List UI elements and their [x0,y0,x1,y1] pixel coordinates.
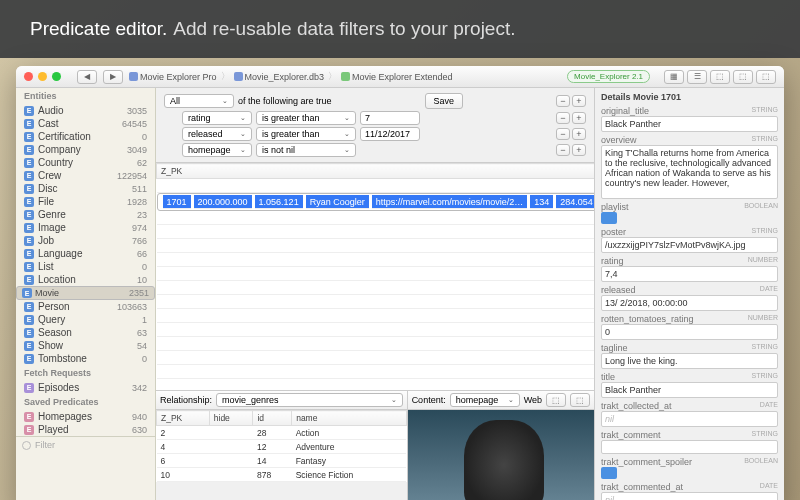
add-rule-button[interactable]: + [572,144,586,156]
table-row[interactable]: 35020239.672Felix van Groeningenhttps://… [157,295,595,309]
sidebar-item-image[interactable]: EImage974 [16,221,155,234]
sidebar-item-list[interactable]: EList0 [16,260,155,273]
column-header[interactable]: name [292,411,406,426]
bool-toggle[interactable] [601,467,617,479]
breadcrumb-segment[interactable]: Movie Explorer Extended [341,72,453,82]
column-header[interactable]: Z_PK [157,164,595,179]
sidebar-item-homepages[interactable]: EHomepages940 [16,410,155,423]
sidebar-item-person[interactable]: EPerson103663 [16,300,155,313]
sidebar-item-crew[interactable]: ECrew122954 [16,169,155,182]
sidebar-item-certification[interactable]: ECertification0 [16,130,155,143]
table-row[interactable]: 348617.000.00017.697John Krasinskihttp:/… [157,253,595,267]
field-value[interactable]: 0 [601,324,778,340]
play-button[interactable]: ▶ [103,70,123,84]
table-row[interactable]: 1696300.000.00060.684Anthony Russohttp:/… [157,179,595,193]
field-select[interactable]: homepage⌄ [182,143,252,157]
table-row[interactable]: 614Fantasy [157,454,407,468]
value-input[interactable]: 11/12/2017 [360,127,420,141]
sidebar-item-show[interactable]: EShow54 [16,339,155,352]
add-rule-button[interactable]: + [572,95,586,107]
sidebar-item-season[interactable]: ESeason63 [16,326,155,339]
field-value[interactable]: Black Panther [601,116,778,132]
sidebar-item-audio[interactable]: EAudio3035 [16,104,155,117]
sidebar-item-played[interactable]: EPlayed630 [16,423,155,436]
op-select[interactable]: is greater than⌄ [256,127,356,141]
minimize-icon[interactable] [38,72,47,81]
table-row[interactable]: 412Adventure [157,440,407,454]
sidebar-item-movie[interactable]: EMovie2351 [16,286,155,300]
table-row[interactable]: 3525200.000.0007.087Brad Birdhttps://mov… [157,323,595,337]
breadcrumb-segment[interactable]: Movie_Explorer.db3 [234,72,325,82]
sidebar-item-job[interactable]: EJob766 [16,234,155,247]
field-value[interactable] [601,440,778,454]
sidebar-item-file[interactable]: EFile1928 [16,195,155,208]
sidebar-item-language[interactable]: ELanguage66 [16,247,155,260]
entity-icon: E [24,210,34,220]
toolbar-btn-5[interactable]: ⬚ [756,70,776,84]
sidebar-item-country[interactable]: ECountry62 [16,156,155,169]
field-value[interactable]: 7,4 [601,266,778,282]
sidebar-item-location[interactable]: ELocation10 [16,273,155,286]
sidebar-filter[interactable]: Filter [16,436,155,453]
web-toggle-2[interactable]: ⬚ [570,393,590,407]
column-header[interactable]: id [253,411,292,426]
table-row[interactable]: 352762.770.1985.655Wes Andersonhttp://ww… [157,337,595,351]
remove-rule-button[interactable]: − [556,128,570,140]
back-button[interactable]: ◀ [77,70,97,84]
remove-rule-button[interactable]: − [556,95,570,107]
op-select[interactable]: is greater than⌄ [256,111,356,125]
sidebar-item-query[interactable]: EQuery1 [16,313,155,326]
table-row[interactable]: 228Action [157,426,407,440]
field-value[interactable]: /uxzzxijgPIY7slzFvMotPv8wjKA.jpg [601,237,778,253]
column-header[interactable]: Z_PK [157,411,210,426]
sidebar-item-cast[interactable]: ECast64545 [16,117,155,130]
bool-toggle[interactable] [601,212,617,224]
sidebar-item-genre[interactable]: EGenre23 [16,208,155,221]
field-value[interactable]: Black Panther [601,382,778,398]
relationship-select[interactable]: movie_genres⌄ [216,393,403,407]
sidebar-item-episodes[interactable]: EEpisodes342 [16,381,155,394]
table-row[interactable]: 34992.009.738Domee Shihttp://www.pixar.c… [157,281,595,295]
web-toggle-1[interactable]: ⬚ [546,393,566,407]
field-select[interactable]: rating⌄ [182,111,252,125]
add-rule-button[interactable]: + [572,112,586,124]
field-value[interactable]: Long live the king. [601,353,778,369]
field-value[interactable]: King T'Challa returns home from America … [601,145,778,199]
field-value[interactable]: 13/ 2/2018, 00:00:00 [601,295,778,311]
table-row[interactable]: 348840.000.00051.329Bradley Cooperhttp:/… [157,267,595,281]
data-table[interactable]: Z_PKbudgetdirector_iddirector_namehomepa… [156,163,594,390]
field-type: BOOLEAN [744,457,778,467]
table-row[interactable]: 354130.000.00013.520Aaron Sorkinhttp://m… [157,379,595,391]
toolbar-btn-4[interactable]: ⬚ [733,70,753,84]
table-row[interactable]: 1719175.000.000488Steven Spielberghttp:/… [157,225,595,239]
sidebar-item-label: List [38,261,138,272]
table-row[interactable]: 10878Science Fiction [157,468,407,482]
table-row[interactable]: 351810.000.000136.495Damien Chazellehttp… [157,309,595,323]
match-select[interactable]: All⌄ [164,94,234,108]
remove-rule-button[interactable]: − [556,144,570,156]
table-row[interactable]: 17825.000.0002.128Leigh Whannellhttp://w… [157,239,595,253]
column-header[interactable]: hide [209,411,253,426]
sidebar-item-disc[interactable]: EDisc511 [16,182,155,195]
table-row[interactable]: 353962.000.0001.179.066Wes Ballhttp://ma… [157,351,595,365]
field-select[interactable]: released⌄ [182,127,252,141]
field-value[interactable]: nil [601,411,778,427]
sidebar-item-tombstone[interactable]: ETombstone0 [16,352,155,365]
table-row[interactable]: 1712110.000.00040.684David Leitchhttps:/… [157,211,595,225]
sidebar-item-company[interactable]: ECompany3049 [16,143,155,156]
add-rule-button[interactable]: + [572,128,586,140]
table-row[interactable]: 3540178.000.0009.033Christopher McQua…ht… [157,365,595,379]
zoom-icon[interactable] [52,72,61,81]
toolbar-btn-3[interactable]: ⬚ [710,70,730,84]
close-icon[interactable] [24,72,33,81]
breadcrumb-segment[interactable]: Movie Explorer Pro [129,72,217,82]
toolbar-btn-1[interactable]: ▦ [664,70,684,84]
op-select[interactable]: is not nil⌄ [256,143,356,157]
remove-rule-button[interactable]: − [556,112,570,124]
table-row[interactable]: 1701200.000.0001.056.121Ryan Cooglerhttp… [157,193,595,211]
field-value[interactable]: nil [601,492,778,500]
save-button[interactable]: Save [425,93,464,109]
toolbar-btn-2[interactable]: ☰ [687,70,707,84]
value-input[interactable]: 7 [360,111,420,125]
content-select[interactable]: homepage⌄ [450,393,520,407]
